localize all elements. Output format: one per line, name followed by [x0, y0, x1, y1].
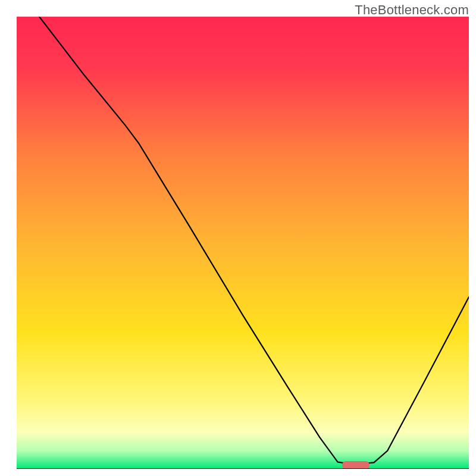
bottleneck-chart: [17, 17, 469, 469]
chart-svg: [17, 17, 469, 469]
watermark: TheBottleneck.com: [355, 2, 469, 18]
optimum-marker: [342, 461, 369, 469]
gradient-background: [17, 17, 469, 469]
